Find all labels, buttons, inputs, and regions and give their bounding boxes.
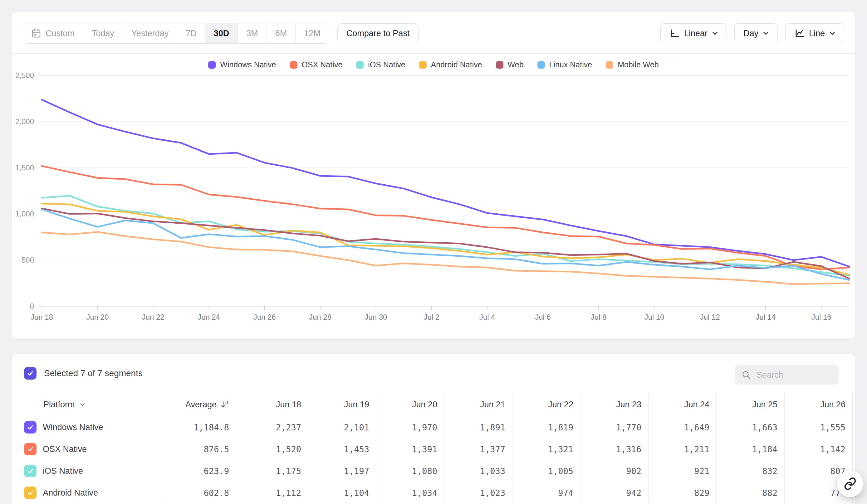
column-header-jun-21[interactable]: Jun 21: [444, 393, 512, 416]
column-gap: [236, 438, 240, 460]
range-12m-button[interactable]: 12M: [295, 23, 329, 43]
range-3m-button[interactable]: 3M: [237, 23, 267, 43]
select-all-checkbox[interactable]: [24, 367, 36, 380]
column-gap: [236, 460, 240, 482]
x-axis-tick-label: Jul 16: [812, 313, 832, 321]
x-axis-tick-label: Jul 12: [700, 313, 720, 321]
range-custom-button[interactable]: Custom: [23, 23, 83, 43]
value-cell-jun-24: 921: [648, 460, 716, 482]
column-header-jun-24[interactable]: Jun 24: [648, 393, 716, 416]
segments-card: Selected 7 of 7 segments PlatformAverage…: [11, 354, 856, 504]
segment-value: 1,377: [480, 445, 505, 454]
legend-label: Linux Native: [549, 60, 592, 69]
series-line-linux-native[interactable]: [42, 209, 849, 280]
x-axis-tick-label: Jun 26: [254, 313, 276, 321]
column-header-jun-19[interactable]: Jun 19: [308, 393, 376, 416]
value-cell-jun-18: 1,112: [240, 482, 308, 504]
legend-item-mobile-web[interactable]: Mobile Web: [606, 60, 659, 69]
legend-item-osx-native[interactable]: OSX Native: [290, 60, 343, 69]
compare-to-past-label: Compare to Past: [346, 29, 410, 39]
segments-table: PlatformAverageJun 18Jun 19Jun 20Jun 21J…: [24, 393, 855, 504]
sort-descending-icon: [220, 400, 229, 409]
range-today-button[interactable]: Today: [83, 23, 123, 43]
range-6m-button[interactable]: 6M: [267, 23, 296, 43]
segment-value: 1,104: [344, 488, 369, 498]
row-checkbox-ios-native[interactable]: [24, 465, 36, 477]
table-right-border: [852, 393, 856, 416]
chevron-down-icon: [80, 403, 85, 406]
legend-swatch: [290, 61, 297, 69]
legend-item-ios-native[interactable]: iOS Native: [356, 60, 405, 69]
platform-cell-osx-native[interactable]: OSX Native: [24, 438, 167, 460]
chart-card: 05001,0001,5002,0002,500Jun 18Jun 20Jun …: [11, 11, 856, 340]
segment-value: 1,080: [412, 466, 437, 476]
value-cell-jun-24: 829: [648, 482, 716, 504]
column-gap: [236, 482, 240, 504]
row-checkbox-windows-native[interactable]: [24, 421, 36, 434]
column-header-average[interactable]: Average: [167, 393, 236, 416]
selected-summary-label: Selected 7 of 7 segments: [44, 368, 143, 378]
series-line-ios-native[interactable]: [42, 196, 849, 276]
value-cell-jun-26: 1,142: [784, 438, 852, 460]
y-axis-tick-label: 1,000: [15, 210, 34, 218]
column-header-jun-18[interactable]: Jun 18: [240, 393, 308, 416]
scale-dropdown[interactable]: Linear: [660, 23, 727, 43]
legend-swatch: [356, 61, 364, 69]
x-axis-tick-label: Jun 30: [365, 313, 387, 321]
column-header-platform[interactable]: Platform: [24, 393, 167, 416]
search-input[interactable]: [756, 370, 832, 380]
value-cell-jun-22: 1,321: [512, 438, 580, 460]
table-header-row: PlatformAverageJun 18Jun 19Jun 20Jun 21J…: [24, 393, 855, 416]
copy-link-fab[interactable]: [837, 470, 864, 497]
column-header-jun-26[interactable]: Jun 26: [784, 393, 852, 416]
platform-name-label: Android Native: [43, 488, 98, 498]
segment-value: 921: [694, 466, 709, 476]
legend-item-linux-native[interactable]: Linux Native: [537, 60, 592, 69]
chart-type-dropdown[interactable]: Line: [785, 23, 844, 43]
compare-to-past-button[interactable]: Compare to Past: [338, 23, 419, 43]
legend-label: Android Native: [431, 60, 482, 69]
value-cell-jun-25: 1,184: [716, 438, 784, 460]
legend-item-web[interactable]: Web: [496, 60, 524, 69]
platform-cell-ios-native[interactable]: iOS Native: [24, 460, 167, 482]
range-7d-button[interactable]: 7D: [177, 23, 205, 43]
column-header-jun-22[interactable]: Jun 22: [512, 393, 580, 416]
segment-value: 2,101: [344, 423, 369, 432]
legend-item-windows-native[interactable]: Windows Native: [208, 60, 276, 69]
platform-cell-android-native[interactable]: Android Native: [24, 482, 167, 504]
linear-axis-icon: [670, 29, 679, 38]
chart-type-dropdown-label: Line: [809, 29, 825, 39]
legend-swatch: [537, 61, 545, 69]
column-header-jun-25[interactable]: Jun 25: [716, 393, 784, 416]
value-cell-jun-25: 882: [716, 482, 784, 504]
platform-name-label: Windows Native: [43, 423, 103, 432]
value-cell-jun-23: 902: [580, 460, 648, 482]
segment-value: 1,211: [684, 445, 709, 454]
row-checkbox-android-native[interactable]: [24, 486, 36, 499]
segment-value: 1,649: [684, 423, 709, 432]
segments-summary-row: Selected 7 of 7 segments: [24, 367, 143, 380]
interval-dropdown[interactable]: Day: [734, 23, 778, 43]
legend-item-android-native[interactable]: Android Native: [419, 60, 482, 69]
range-30d-button[interactable]: 30D: [205, 23, 238, 43]
column-header-jun-20[interactable]: Jun 20: [376, 393, 444, 416]
legend-label: Web: [508, 60, 524, 69]
value-cell-jun-21: 1,891: [444, 416, 512, 438]
chart-toolbar: Custom Today Yesterday 7D 30D 3M 6M 12M …: [23, 23, 844, 43]
value-cell-jun-24: 1,211: [648, 438, 716, 460]
row-checkbox-osx-native[interactable]: [24, 443, 36, 455]
column-header-jun-23[interactable]: Jun 23: [580, 393, 648, 416]
y-axis-tick-label: 0: [30, 302, 34, 310]
value-cell-jun-25: 1,663: [716, 416, 784, 438]
value-cell-jun-18: 2,237: [240, 416, 308, 438]
series-line-web[interactable]: [42, 208, 849, 278]
value-cell-jun-23: 942: [580, 482, 648, 504]
value-cell-jun-20: 1,970: [376, 416, 444, 438]
platform-name-label: OSX Native: [43, 445, 87, 454]
column-gap: [236, 416, 240, 438]
date-header-label: Jun 26: [820, 400, 845, 409]
range-yesterday-button[interactable]: Yesterday: [123, 23, 177, 43]
series-line-windows-native[interactable]: [42, 100, 849, 267]
series-line-mobile-web[interactable]: [42, 232, 849, 284]
platform-cell-windows-native[interactable]: Windows Native: [24, 416, 167, 438]
